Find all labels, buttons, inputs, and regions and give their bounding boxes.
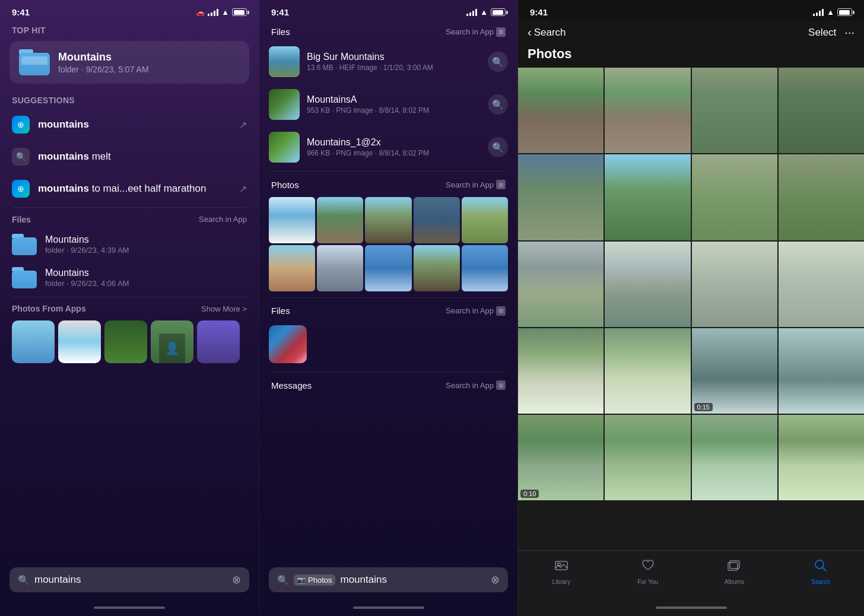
photo-thumb-4[interactable]: 👤: [151, 320, 193, 363]
suggestion-mountains-marathon[interactable]: ⊕ mountains to mai...eet half marathon ↗: [0, 173, 259, 205]
photo-cell-7[interactable]: [692, 154, 777, 240]
back-label-p3: Search: [534, 27, 566, 39]
status-time-p3: 9:41: [530, 7, 548, 17]
more-button-p3[interactable]: ···: [844, 26, 855, 39]
panel-files-search: 9:41 ▲ Files Search in App ⊞: [259, 0, 517, 616]
search-text-p2[interactable]: mountains: [340, 574, 486, 586]
tab-for-you[interactable]: For You: [605, 558, 691, 585]
folder-icon-large: [19, 49, 50, 75]
search-clear-p2[interactable]: ⊗: [491, 573, 500, 586]
files-label-p1: Files: [12, 215, 31, 224]
photo-cell-1[interactable]: [518, 68, 603, 153]
pgc-1[interactable]: [269, 197, 315, 243]
photo-cell-10[interactable]: [605, 242, 690, 327]
pgc-9[interactable]: [414, 245, 460, 291]
pgc-3[interactable]: [365, 197, 411, 243]
photo-cell-16[interactable]: [779, 328, 864, 414]
svg-rect-0: [555, 561, 567, 570]
search-bar-p1[interactable]: 🔍 mountains ⊗: [9, 567, 249, 592]
search-in-app-icon-4: ⊞: [496, 380, 506, 390]
photo-thumb-1[interactable]: [12, 320, 55, 363]
tab-search[interactable]: Search: [777, 558, 864, 585]
photo-thumb-3[interactable]: [104, 320, 147, 363]
status-bar-p2: 9:41 ▲: [259, 0, 517, 21]
select-button-p3[interactable]: Select: [808, 27, 836, 39]
file-row-2-p1[interactable]: Mountains folder · 9/26/23, 4:06 AM: [0, 261, 259, 294]
file-row-3-p2[interactable]: Mountains_1@2x 966 KB · PNG image · 8/8/…: [259, 126, 517, 169]
photo-cell-13[interactable]: [518, 328, 603, 414]
file-action-3-p2[interactable]: 🔍: [488, 137, 508, 157]
photo-cell-18[interactable]: [605, 415, 690, 500]
wifi-icon-p3: ▲: [827, 8, 834, 17]
search-text-p1[interactable]: mountains: [34, 574, 227, 586]
file-row-1-p2[interactable]: Big Sur Mountains 13.6 MB · HEIF Image ·…: [259, 40, 517, 83]
file-info-1-p1: Mountains folder · 9/26/23, 4:39 AM: [45, 234, 247, 255]
pgc-5[interactable]: [462, 197, 508, 243]
photos-search-in-app-text-p2: Search in App: [446, 180, 494, 189]
photo-cell-14[interactable]: [605, 328, 690, 414]
pgc-8[interactable]: [365, 245, 411, 291]
search-bar-p2[interactable]: 🔍 📷 Photos mountains ⊗: [269, 567, 508, 592]
tab-bar-p3: Library For You Albums: [518, 550, 864, 599]
top-hit-card[interactable]: Mountains folder · 9/26/23, 5:07 AM: [9, 41, 249, 84]
photo-cell-9[interactable]: [518, 242, 603, 327]
folder-body-sm-2: [12, 271, 37, 288]
file-row-2-p2[interactable]: MountainsA 953 KB · PNG image · 8/8/14, …: [259, 83, 517, 126]
photos-grid-p2: [259, 193, 517, 295]
files-search-in-app-p1[interactable]: Search in App: [199, 215, 247, 224]
file-action-2-p2[interactable]: 🔍: [488, 94, 508, 115]
search-tab-icon: [813, 558, 828, 577]
photo-cell-19[interactable]: [692, 415, 777, 500]
back-button-p3[interactable]: ‹ Search: [528, 26, 566, 39]
status-icons-p2: ▲: [466, 8, 506, 17]
pgc-10[interactable]: [462, 245, 508, 291]
photo-thumb-2[interactable]: [58, 320, 101, 363]
photo-cell-8[interactable]: [779, 154, 864, 240]
photo-cell-5[interactable]: [518, 154, 603, 240]
photos-badge-p2: 📷 Photos: [294, 574, 335, 586]
p3-photo-grid-container: 0:15 0:10: [518, 68, 864, 550]
photo-cell-11[interactable]: [692, 242, 777, 327]
photo-thumb-5[interactable]: [197, 320, 240, 363]
tab-library[interactable]: Library: [518, 558, 605, 585]
p3-nav: ‹ Search Select ···: [518, 21, 864, 44]
photo-cell-4[interactable]: [779, 68, 864, 153]
search-in-app-icon-1: ⊞: [496, 27, 506, 37]
suggestion-mountains[interactable]: ⊕ mountains ↗: [0, 109, 259, 141]
file-info-2-p2: MountainsA 953 KB · PNG image · 8/8/14, …: [307, 94, 481, 115]
bar4: [217, 9, 218, 16]
files-search-in-app-p2[interactable]: Search in App ⊞: [446, 27, 506, 37]
show-more-link[interactable]: Show More >: [201, 304, 247, 313]
suggestion-mountains-melt[interactable]: 🔍 mountains melt: [0, 141, 259, 173]
file-info-2-p1: Mountains folder · 9/26/23, 4:06 AM: [45, 268, 247, 288]
photo-cell-17[interactable]: 0:10: [518, 415, 603, 500]
tab-albums[interactable]: Albums: [691, 558, 778, 585]
tab-albums-label: Albums: [725, 579, 744, 585]
photos-search-in-app-p2[interactable]: Search in App ⊞: [446, 180, 506, 189]
file-action-1-p2[interactable]: 🔍: [488, 52, 508, 72]
photo-cell-3[interactable]: [692, 68, 777, 153]
photo-cell-2[interactable]: [605, 68, 690, 153]
photo-cell-20[interactable]: [779, 415, 864, 500]
photo-cell-12[interactable]: [779, 242, 864, 327]
search-bar-bottom-p1: 🔍 mountains ⊗: [0, 563, 259, 616]
messages-search-in-app-p2[interactable]: Search in App ⊞: [446, 380, 506, 390]
divider-2: [12, 297, 247, 297]
search-in-app-icon-3: ⊞: [496, 306, 506, 316]
pgc-7[interactable]: [317, 245, 363, 291]
photos-label-p2: Photos: [271, 180, 299, 190]
photo-cell-15[interactable]: 0:15: [692, 328, 777, 414]
pgc-4[interactable]: [414, 197, 460, 243]
search-clear-p1[interactable]: ⊗: [232, 573, 241, 586]
files2-thumb-row[interactable]: [259, 319, 517, 369]
file-meta-2-p1: folder · 9/26/23, 4:06 AM: [45, 279, 247, 288]
files2-search-in-app-p2[interactable]: Search in App ⊞: [446, 306, 506, 316]
car-icon-p1: 🚗: [196, 8, 205, 17]
pgc-6[interactable]: [269, 245, 315, 291]
tab-library-label: Library: [552, 579, 571, 585]
wifi-icon-p2: ▲: [480, 8, 488, 17]
photo-cell-6[interactable]: [605, 154, 690, 240]
pgc-2[interactable]: [317, 197, 363, 243]
folder-icon-small-2: [12, 267, 37, 288]
file-row-1-p1[interactable]: Mountains folder · 9/26/23, 4:39 AM: [0, 228, 259, 261]
